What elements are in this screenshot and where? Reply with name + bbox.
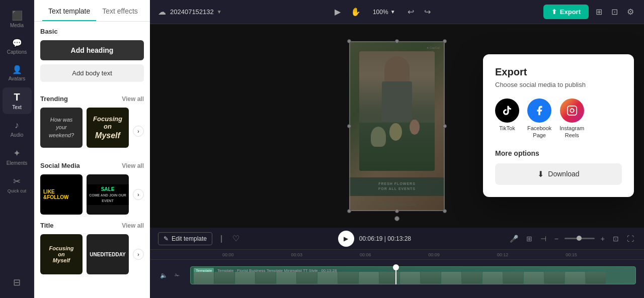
tab-text-effects[interactable]: Text effects — [96, 0, 144, 21]
project-name[interactable]: 202407152132 ▼ — [170, 8, 222, 16]
like-tool-button[interactable]: ♡ — [230, 232, 242, 245]
sidebar: ⬛ Media 💬 Captions 👤 Avatars T Text ♪ Au… — [0, 0, 34, 298]
main-area: ☁ 202407152132 ▼ ▶ ✋ 100% ▼ ↩ ↪ ⬆ Export… — [150, 0, 644, 298]
pointer-tool-button[interactable]: ▶ — [333, 5, 343, 19]
cut-button[interactable]: ✁ — [173, 270, 182, 281]
thumb-16 — [503, 272, 523, 284]
edit-icon: ✎ — [164, 235, 169, 242]
sidebar-label-captions: Captions — [7, 49, 27, 55]
zoom-slider[interactable] — [565, 238, 595, 239]
facebook-option[interactable]: FacebookPage — [527, 98, 551, 139]
playhead[interactable] — [395, 266, 396, 284]
fullscreen-button[interactable]: ⛶ — [625, 233, 636, 245]
tab-text-template[interactable]: Text template — [42, 0, 96, 21]
split-view-button[interactable]: ⊡ — [609, 5, 620, 19]
export-button[interactable]: ⬆ Export — [543, 5, 589, 19]
split-button[interactable]: ⊣ — [538, 233, 548, 245]
panel-content: Basic Add heading Add body text Trending… — [34, 22, 150, 298]
edit-template-label: Edit template — [172, 235, 207, 242]
sidebar-item-text[interactable]: T Text — [3, 87, 32, 114]
sidebar-label-avatars: Avatars — [9, 76, 26, 81]
edit-template-button[interactable]: ✎ Edit template — [158, 232, 212, 245]
time-display: 00:06:19 | 00:13:28 — [359, 235, 411, 242]
sidebar-item-media[interactable]: ⬛ Media — [3, 6, 32, 32]
text-icon: T — [14, 91, 20, 103]
facebook-icon — [527, 98, 551, 123]
trending-next-button[interactable]: › — [133, 126, 144, 137]
instagram-label: InstagramReels — [559, 125, 584, 139]
sidebar-item-captions[interactable]: 💬 Captions — [3, 34, 32, 59]
sidebar-item-elements[interactable]: ✦ Elements — [3, 144, 32, 170]
play-button[interactable]: ▶ — [338, 231, 354, 247]
thumb-2 — [214, 272, 234, 284]
media-icon: ⬛ — [12, 10, 23, 21]
ruler-06: 00:06 — [360, 252, 371, 257]
project-name-chevron: ▼ — [217, 9, 222, 15]
social-view-all[interactable]: View all — [122, 162, 144, 169]
modal-subtitle: Choose social media to publish — [495, 81, 622, 88]
undo-button[interactable]: ↩ — [406, 5, 416, 19]
trending-card-1[interactable]: How was your weekend? — [40, 108, 83, 148]
sidebar-item-more[interactable]: ⊟ — [3, 273, 32, 292]
tiktok-label: TikTok — [499, 125, 515, 132]
hand-tool-button[interactable]: ✋ — [349, 5, 363, 19]
panel-tabs: Text template Text effects — [34, 0, 150, 22]
tiktok-icon — [495, 98, 519, 123]
text-panel: Text template Text effects Basic Add hea… — [34, 0, 150, 298]
sidebar-label-quickcut: Quick cut — [8, 188, 27, 193]
title-next-button[interactable]: › — [133, 249, 144, 260]
social-next-button[interactable]: › — [133, 189, 144, 200]
title-card-1[interactable]: FocusingonMyself — [40, 234, 83, 274]
thumb-3 — [235, 272, 255, 284]
timeline-toolbar: ✎ Edit template | ♡ ▶ 00:06:19 | 00:13:2… — [150, 228, 644, 250]
ruler-12: 00:12 — [497, 252, 509, 257]
redo-button[interactable]: ↪ — [422, 5, 433, 19]
elements-icon: ✦ — [13, 148, 21, 159]
timeline-right-controls: 🎤 ⊞ ⊣ − + ⊡ ⛶ — [508, 233, 636, 245]
sidebar-item-audio[interactable]: ♪ Audio — [3, 116, 32, 142]
zoom-indicator[interactable]: 100% ▼ — [369, 7, 399, 18]
toolbar-right: ⬆ Export ⊞ ⊡ ⚙ — [543, 5, 636, 19]
add-body-button[interactable]: Add body text — [40, 64, 144, 82]
thumbnail-strip — [194, 272, 606, 284]
thumb-18 — [544, 272, 565, 284]
title-view-all[interactable]: View all — [122, 222, 144, 229]
title-card-2[interactable]: UNEDITEDDAY — [87, 234, 129, 274]
thumb-14 — [462, 272, 482, 284]
trending-view-all[interactable]: View all — [122, 95, 144, 103]
trending-card-2[interactable]: FocusingonMyself — [87, 108, 129, 148]
thumb-10 — [379, 272, 399, 284]
sidebar-item-quickcut[interactable]: ✂ Quick cut — [3, 172, 32, 197]
cursor-tool-button[interactable]: | — [218, 232, 224, 245]
thumb-1 — [194, 272, 214, 284]
add-heading-button[interactable]: Add heading — [40, 40, 144, 60]
zoom-chevron-icon: ▼ — [390, 9, 395, 15]
section-title-social: Social Media View all — [40, 162, 144, 169]
grid-button[interactable]: ⊞ — [524, 233, 534, 245]
quickcut-icon: ✂ — [13, 176, 21, 187]
instagram-option[interactable]: InstagramReels — [559, 98, 584, 139]
playhead-handle[interactable] — [393, 264, 399, 270]
sidebar-item-avatars[interactable]: 👤 Avatars — [3, 61, 32, 85]
track-row-video: 🔈 ✁ Template Template · Florist Business… — [150, 264, 644, 287]
zoom-out-button[interactable]: − — [552, 233, 560, 245]
fit-button[interactable]: ⊡ — [611, 233, 621, 245]
thumb-15 — [482, 272, 503, 284]
social-card-2[interactable]: SALECOME AND JOIN OUR EVENT — [87, 174, 129, 215]
settings-button[interactable]: ⚙ — [625, 5, 636, 19]
sidebar-label-elements: Elements — [7, 160, 28, 166]
clip-text: Template · Florist Business Template Min… — [217, 268, 337, 272]
export-modal: Export Choose social media to publish Ti… — [483, 54, 634, 197]
zoom-in-button[interactable]: + — [599, 233, 607, 245]
volume-button[interactable]: 🔈 — [158, 270, 170, 281]
ruler-09: 00:09 — [428, 252, 440, 257]
section-title-trending: Trending View all — [40, 95, 144, 103]
layout-icon-button[interactable]: ⊞ — [594, 5, 604, 19]
tiktok-option[interactable]: TikTok — [495, 98, 519, 139]
download-button[interactable]: ⬇ Download — [495, 163, 622, 185]
project-name-text: 202407152132 — [170, 8, 214, 16]
video-clip[interactable]: Template Template · Florist Business Tem… — [190, 266, 636, 284]
sidebar-label-audio: Audio — [11, 132, 24, 138]
mic-button[interactable]: 🎤 — [508, 233, 520, 245]
social-card-1[interactable]: LIKE &FOLLOW — [40, 174, 83, 215]
